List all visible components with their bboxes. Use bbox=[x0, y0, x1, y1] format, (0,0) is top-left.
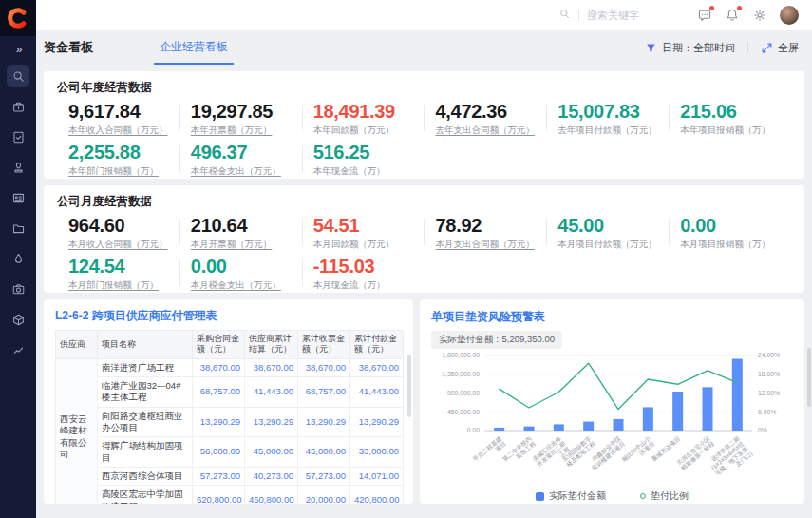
bar-1[interactable] bbox=[524, 427, 535, 431]
table-row[interactable]: 西安云峰建材有限公司南洋进贤广场工程38,670.0038,670.0038,6… bbox=[56, 358, 404, 376]
sidebar-item-folder[interactable] bbox=[7, 217, 29, 240]
amount-cell[interactable]: 38,670.00 bbox=[245, 358, 298, 376]
fullscreen-button[interactable]: 全屏 bbox=[761, 41, 799, 55]
sidebar-item-chart[interactable] bbox=[7, 338, 29, 361]
bottom-row: L2-6-2 跨项目供应商应付管理表 供应商项目名称采购合同金额（元）供应商累计… bbox=[44, 299, 804, 504]
messages-icon[interactable] bbox=[697, 8, 712, 23]
stat-label[interactable]: 本年部门报销额（万） bbox=[68, 165, 179, 178]
supplier-payable-card: L2-6-2 跨项目供应商应付管理表 供应商项目名称采购合同金额（元）供应商累计… bbox=[44, 299, 413, 504]
sidebar-item-building[interactable] bbox=[7, 95, 29, 118]
risk-chart-svg: 0.000%450,000.006.00%900,000.0012.00%1,3… bbox=[431, 351, 792, 486]
amount-cell[interactable]: 420,800.00 bbox=[350, 486, 404, 504]
legend-line-swatch-icon bbox=[640, 493, 646, 499]
date-filter[interactable]: 日期：全部时间 bbox=[645, 41, 735, 55]
sidebar-item-water-drop[interactable] bbox=[7, 247, 29, 270]
page-title: 资金看板 bbox=[44, 39, 93, 56]
amount-cell[interactable]: 33,000.00 bbox=[350, 437, 404, 468]
sidebar-item-search[interactable] bbox=[7, 65, 29, 87]
stat-item: 516.25本年现金流（万） bbox=[302, 142, 425, 178]
amount-cell[interactable]: 68,757.00 bbox=[193, 376, 245, 407]
amount-cell[interactable]: 38,670.00 bbox=[298, 358, 350, 376]
project-cell: 临港产业园32—04#楼主体工程 bbox=[98, 376, 193, 407]
amount-cell[interactable]: 13,290.29 bbox=[245, 407, 298, 437]
amount-cell[interactable]: 45,000.00 bbox=[298, 437, 350, 468]
stat-label[interactable]: 本月收入合同额（万元） bbox=[68, 239, 179, 251]
table-row[interactable]: 西京河西综合体项目57,273.0040,273.0057,273.0014,0… bbox=[56, 467, 404, 485]
monthly-stats-card: 公司月度经营数据 964.60本月收入合同额（万元）210.64本月开票额（万元… bbox=[44, 185, 804, 293]
actual-advance-tag: 实际垫付金额：5,209,350.00 bbox=[431, 331, 562, 349]
amount-cell[interactable]: 56,000.00 bbox=[193, 437, 245, 468]
collapse-icon[interactable]: » bbox=[0, 43, 36, 56]
stat-label[interactable]: 本年收入合同额（万元） bbox=[68, 125, 179, 137]
amount-cell[interactable]: 14,071.00 bbox=[350, 467, 404, 485]
sidebar-item-id-card[interactable] bbox=[7, 186, 29, 209]
amount-cell[interactable]: 40,273.00 bbox=[245, 467, 298, 485]
amount-cell[interactable]: 68,757.00 bbox=[298, 376, 350, 407]
amount-cell[interactable]: 13,290.29 bbox=[350, 407, 404, 437]
stat-label[interactable]: 本年税金支出（万元） bbox=[191, 165, 302, 178]
amount-cell[interactable]: 20,000.00 bbox=[298, 486, 350, 504]
legend-ratio[interactable]: 垫付比例 bbox=[640, 489, 689, 503]
bar-7[interactable] bbox=[703, 387, 713, 431]
ratio-line bbox=[500, 363, 738, 409]
stat-item: 964.60本月收入合同额（万元） bbox=[57, 215, 179, 251]
search-input[interactable]: 搜索关键字 bbox=[558, 7, 655, 24]
stat-label: 本月回款额（万元） bbox=[313, 239, 425, 251]
stat-label[interactable]: 本月税金支出（万元） bbox=[191, 279, 302, 292]
stat-value: 496.37 bbox=[191, 142, 302, 163]
stat-value: 124.54 bbox=[68, 256, 179, 278]
amount-cell[interactable]: 41,443.00 bbox=[350, 376, 404, 407]
tab-enterprise-dashboard[interactable]: 企业经营看板 bbox=[154, 30, 234, 65]
amount-cell[interactable]: 38,670.00 bbox=[350, 358, 404, 376]
table-row[interactable]: 临港产业园32—04#楼主体工程68,757.0041,443.0068,757… bbox=[56, 376, 404, 407]
x-axis-label: 第二中学校内装饰工程 bbox=[501, 434, 538, 468]
stat-value: 215.06 bbox=[680, 101, 791, 123]
amount-cell[interactable]: 45,000.00 bbox=[245, 437, 298, 468]
funnel-icon bbox=[645, 42, 657, 54]
table-row[interactable]: 高陵区宏志中学加固改造工程620,800.00450,800.0020,000.… bbox=[56, 486, 404, 504]
page-scrollbar[interactable] bbox=[807, 348, 811, 407]
notifications-bell-icon[interactable] bbox=[725, 8, 740, 23]
bar-3[interactable] bbox=[583, 422, 594, 431]
legend-actual-amount[interactable]: 实际垫付金额 bbox=[536, 489, 606, 503]
stat-label[interactable]: 去年支出合同额（万元） bbox=[435, 125, 546, 137]
sidebar-item-stamp[interactable] bbox=[7, 156, 29, 179]
stat-label[interactable]: 本月部门报销额（万） bbox=[68, 279, 179, 292]
app-logo[interactable] bbox=[0, 0, 36, 36]
bar-2[interactable] bbox=[554, 424, 564, 431]
svg-text:1,800,000.00: 1,800,000.00 bbox=[442, 352, 480, 358]
bar-5[interactable] bbox=[643, 407, 653, 431]
sidebar-item-package[interactable] bbox=[7, 308, 29, 331]
bar-4[interactable] bbox=[614, 419, 624, 431]
user-avatar[interactable] bbox=[780, 6, 799, 25]
stat-item: 54.51本月回款额（万元） bbox=[302, 215, 425, 251]
table-scrollbar[interactable] bbox=[407, 355, 411, 417]
table-row[interactable]: 得辉广场结构加固项目56,000.0045,000.0045,000.0033,… bbox=[56, 437, 404, 468]
subheader-controls: 日期：全部时间 全屏 bbox=[645, 41, 799, 55]
stat-item: 0.00本月项目报销额（万） bbox=[669, 215, 791, 251]
bar-8[interactable] bbox=[732, 359, 743, 431]
svg-text:450,000.00: 450,000.00 bbox=[447, 409, 480, 415]
amount-cell[interactable]: 57,273.00 bbox=[193, 467, 245, 485]
stat-value: 0.00 bbox=[191, 256, 302, 278]
stat-label[interactable]: 本月支出合同额（万元） bbox=[435, 239, 546, 251]
table-row[interactable]: 向阳路交通枢纽商业办公项目13,290.2913,290.2913,290.29… bbox=[56, 407, 404, 437]
amount-cell[interactable]: 38,670.00 bbox=[193, 358, 245, 376]
supplier-table-title: L2-6-2 跨项目供应商应付管理表 bbox=[55, 308, 402, 324]
sidebar-item-camera[interactable] bbox=[7, 278, 29, 300]
stat-label[interactable]: 本年开票额（万元） bbox=[191, 125, 302, 137]
stat-item: 4,472.36去年支出合同额（万元） bbox=[424, 101, 546, 137]
amount-cell[interactable]: 450,800.00 bbox=[245, 486, 298, 504]
amount-cell[interactable]: 57,273.00 bbox=[298, 467, 350, 485]
bar-0[interactable] bbox=[494, 428, 504, 431]
stat-label[interactable]: 本月开票额（万元） bbox=[191, 239, 302, 251]
amount-cell[interactable]: 13,290.29 bbox=[298, 407, 350, 437]
x-axis-label: 鸿鑫职业学院实训楼建设项目 bbox=[586, 434, 627, 472]
bar-6[interactable] bbox=[672, 392, 683, 431]
sidebar-item-document-check[interactable] bbox=[7, 125, 29, 148]
svg-text:0.00: 0.00 bbox=[467, 427, 480, 433]
amount-cell[interactable]: 13,290.29 bbox=[193, 407, 245, 437]
settings-gear-icon[interactable] bbox=[752, 8, 767, 23]
amount-cell[interactable]: 41,443.00 bbox=[245, 376, 298, 407]
amount-cell[interactable]: 620,800.00 bbox=[193, 486, 245, 504]
